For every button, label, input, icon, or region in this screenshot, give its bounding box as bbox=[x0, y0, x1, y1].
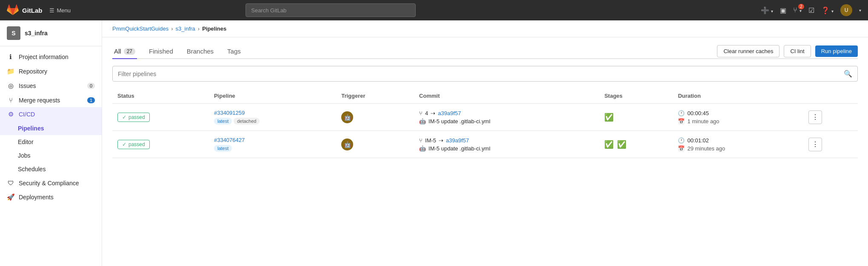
project-name: s3_infra bbox=[25, 30, 48, 37]
pipeline-link-1[interactable]: #334091259 bbox=[214, 110, 331, 116]
merge-count-badge: 2 bbox=[798, 4, 804, 9]
run-pipeline-button[interactable]: Run pipeline bbox=[815, 45, 858, 57]
sidebar-item-editor[interactable]: Editor bbox=[0, 135, 102, 149]
cell-commit-2: ⑂ IM-5 ⇢ a39a9f57 🤖 IM-5 update .gitlab-… bbox=[414, 131, 599, 158]
sidebar-item-deployments[interactable]: 🚀 Deployments bbox=[0, 190, 102, 204]
cell-status-1: ✓ passed bbox=[112, 104, 209, 131]
tab-branches[interactable]: Branches bbox=[185, 44, 215, 59]
filter-search-icon: 🔍 bbox=[839, 66, 857, 81]
tag-latest-2: latest bbox=[214, 145, 232, 152]
breadcrumb-project[interactable]: s3_infra bbox=[176, 25, 195, 32]
sidebar-item-label: Editor bbox=[18, 139, 34, 145]
cell-stages-2: ✅ ✅ bbox=[599, 131, 673, 158]
app-layout: S s3_infra ℹ Project information 📁 Repos… bbox=[0, 20, 868, 266]
cell-triggerer-2: 🤖 bbox=[336, 131, 414, 158]
cell-triggerer-1: 🤖 bbox=[336, 104, 414, 131]
arrow-icon: ⇢ bbox=[431, 110, 435, 116]
cell-stages-1: ✅ bbox=[599, 104, 673, 131]
project-header[interactable]: S s3_infra bbox=[0, 20, 102, 46]
sidebar-item-pipelines[interactable]: Pipelines bbox=[0, 122, 102, 135]
check-icon: ✓ bbox=[122, 114, 126, 120]
cell-commit-1: ⑂ 4 ⇢ a39a9f57 🤖 IM-5 update .gitlab-ci.… bbox=[414, 104, 599, 131]
search-input[interactable] bbox=[246, 3, 416, 17]
tabs-bar: All 27 Finished Branches Tags Clear runn… bbox=[112, 44, 858, 59]
sidebar-item-jobs[interactable]: Jobs bbox=[0, 149, 102, 162]
sidebar-item-label: Jobs bbox=[18, 152, 31, 159]
gitlab-logo[interactable]: GitLab bbox=[7, 4, 43, 16]
merge-requests-icon[interactable]: ⑂ 2 ▾ bbox=[793, 6, 801, 14]
tab-tags[interactable]: Tags bbox=[226, 44, 243, 59]
clear-runner-caches-button[interactable]: Clear runner caches bbox=[717, 45, 779, 57]
commit-msg-row-1: 🤖 IM-5 update .gitlab-ci.yml bbox=[419, 118, 594, 125]
more-actions-button-1[interactable]: ⋮ bbox=[808, 110, 822, 124]
cell-duration-2: 🕐 00:01:02 📅 29 minutes ago bbox=[673, 131, 803, 158]
sidebar-item-schedules[interactable]: Schedules bbox=[0, 162, 102, 176]
tab-all[interactable]: All 27 bbox=[112, 44, 137, 59]
tab-finished[interactable]: Finished bbox=[147, 44, 175, 59]
commit-ref-row-1: ⑂ 4 ⇢ a39a9f57 bbox=[419, 110, 594, 116]
filter-input[interactable] bbox=[113, 67, 839, 81]
duration-value-2: 00:01:02 bbox=[687, 137, 709, 144]
time-ago-value-1: 1 minute ago bbox=[687, 118, 719, 125]
breadcrumb: PmmQuickStartGuides › s3_infra › Pipelin… bbox=[102, 20, 868, 37]
branch-icon-2: ⑂ bbox=[419, 137, 423, 144]
breadcrumb-org[interactable]: PmmQuickStartGuides bbox=[112, 25, 168, 32]
stage-check-1: ✅ bbox=[604, 113, 614, 122]
sidebar-item-label: Pipelines bbox=[18, 125, 44, 132]
status-badge-passed: ✓ passed bbox=[117, 113, 150, 122]
create-button[interactable]: ➕ ▾ bbox=[761, 6, 773, 14]
branch-icon: ⑂ bbox=[419, 110, 423, 116]
commit-hash-1[interactable]: a39a9f57 bbox=[438, 110, 461, 116]
table-body: ✓ passed #334091259 latest detached 🤖 bbox=[112, 104, 858, 158]
main-content: PmmQuickStartGuides › s3_infra › Pipelin… bbox=[102, 20, 868, 266]
sidebar-item-cicd[interactable]: ⚙ CI/CD bbox=[0, 107, 102, 122]
commit-hash-2[interactable]: a39a9f57 bbox=[446, 137, 469, 144]
table-header: Status Pipeline Triggerer Commit Stages … bbox=[112, 88, 858, 104]
sidebar-item-project-information[interactable]: ℹ Project information bbox=[0, 50, 102, 64]
clock-icon-1: 🕐 bbox=[678, 110, 685, 116]
menu-button[interactable]: ☰ Menu bbox=[49, 7, 71, 14]
tab-all-count: 27 bbox=[124, 48, 135, 55]
duration-row-2: 🕐 00:01:02 bbox=[678, 137, 798, 144]
branch-count: 4 bbox=[425, 110, 428, 116]
cell-pipeline-2: #334076427 latest bbox=[209, 131, 336, 158]
trigger-avatar-1: 🤖 bbox=[344, 114, 351, 121]
commit-msg-row-2: 🤖 IM-5 update .gitlab-ci.yml bbox=[419, 145, 594, 152]
clock-icon-2: 🕐 bbox=[678, 137, 685, 144]
commit-message-2: IM-5 update .gitlab-ci.yml bbox=[428, 145, 490, 152]
sidebar-item-repository[interactable]: 📁 Repository bbox=[0, 64, 102, 79]
todo-icon[interactable]: ☑ bbox=[808, 6, 814, 14]
commit-trigger-icon-1: 🤖 bbox=[419, 118, 426, 125]
sidebar-item-label: Security & Compliance bbox=[19, 180, 79, 187]
col-triggerer: Triggerer bbox=[336, 88, 414, 104]
col-stages: Stages bbox=[599, 88, 673, 104]
pipeline-link-2[interactable]: #334076427 bbox=[214, 137, 331, 143]
sidebar-toggle[interactable]: ▣ bbox=[780, 6, 786, 14]
search-container bbox=[246, 3, 416, 17]
calendar-icon-1: 📅 bbox=[678, 118, 685, 125]
project-initial: S bbox=[11, 30, 15, 37]
duration-row-1: 🕐 00:00:45 bbox=[678, 110, 798, 116]
sidebar-item-merge-requests[interactable]: ⑂ Merge requests 1 bbox=[0, 93, 102, 107]
time-ago-row-2: 📅 29 minutes ago bbox=[678, 145, 798, 152]
sidebar-item-issues[interactable]: ◎ Issues 0 bbox=[0, 79, 102, 93]
status-label-2: passed bbox=[128, 141, 145, 147]
avatar-initial: U bbox=[845, 7, 848, 13]
col-duration: Duration bbox=[673, 88, 803, 104]
trigger-icon-1: 🤖 bbox=[341, 111, 353, 123]
user-avatar[interactable]: U bbox=[840, 4, 852, 16]
sidebar-item-security[interactable]: 🛡 Security & Compliance bbox=[0, 176, 102, 190]
help-icon[interactable]: ❓ ▾ bbox=[821, 6, 834, 14]
tab-tags-label: Tags bbox=[227, 48, 241, 55]
table-row: ✓ passed #334091259 latest detached 🤖 bbox=[112, 104, 858, 131]
col-status: Status bbox=[112, 88, 209, 104]
tag-latest-1: latest bbox=[214, 118, 232, 125]
ci-lint-button[interactable]: CI lint bbox=[784, 45, 811, 57]
status-label: passed bbox=[128, 114, 145, 120]
tab-branches-label: Branches bbox=[187, 48, 214, 55]
more-actions-button-2[interactable]: ⋮ bbox=[808, 138, 822, 151]
col-actions bbox=[803, 88, 858, 104]
avatar-chevron[interactable]: ▾ bbox=[859, 8, 861, 13]
col-pipeline: Pipeline bbox=[209, 88, 336, 104]
breadcrumb-current: Pipelines bbox=[202, 25, 226, 32]
